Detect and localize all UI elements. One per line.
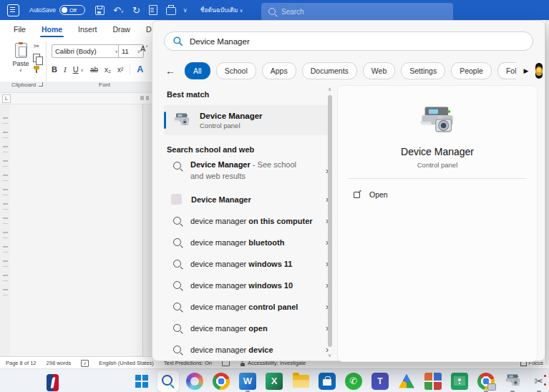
tab-stop-selector[interactable]: L [2,94,11,103]
ribbon-tab-insert[interactable]: Insert [70,21,105,39]
paste-dropdown-icon[interactable]: ∨ [19,67,22,72]
search-suggestion[interactable]: device manager control panel› [164,298,330,315]
app-suggestion[interactable]: Device Manager › [164,191,330,207]
document-page[interactable] [10,104,143,356]
web-search-suggestion[interactable]: Device Manager - See school and web resu… [164,160,330,182]
back-icon[interactable]: ← [165,65,175,77]
suggestion-list: Device Manager › device manager on this … [164,191,330,358]
printer-icon[interactable] [166,7,176,15]
autosave-label: AutoSave [29,6,56,14]
cut-icon[interactable]: ✂ [34,43,39,50]
ruler-indent-marker[interactable] [146,96,149,100]
taskbar-snipping-tool-icon[interactable] [528,371,549,392]
italic-button[interactable]: I [64,65,67,74]
result-title: Device Manager [200,111,263,121]
scroll-up-icon[interactable]: ∧ [326,87,333,92]
search-input[interactable]: Device Manager [164,31,533,51]
best-match-result[interactable]: Device Manager Control panel [164,105,330,135]
taskbar-teams-icon[interactable] [369,371,391,392]
overlay-scrollbar[interactable]: ∧ ∨ [326,87,333,358]
text-effects-button[interactable]: A [137,64,143,74]
strikethrough-button[interactable]: ab [90,66,98,74]
taskbar-microsoft-store-icon[interactable] [316,371,338,392]
desktop: AutoSave Off ↶˅ ↻ ∨ ชื่อต้นฉบับเดิม ∨ Se… [0,0,549,392]
filter-pill-all[interactable]: All [185,62,210,79]
search-suggestion[interactable]: device manager on this computer› [164,212,330,229]
autosave-control[interactable]: AutoSave Off [29,5,85,15]
filter-pill-apps[interactable]: Apps [262,62,296,79]
copy-icon[interactable] [33,54,40,62]
filter-pill-people[interactable]: People [451,62,492,79]
document-title[interactable]: ชื่อต้นฉบับเดิม ∨ [200,5,243,15]
result-subtitle: Control panel [200,122,263,129]
taskbar-file-explorer-icon[interactable] [290,371,311,392]
search-suggestion[interactable]: device manager open› [164,320,330,336]
nba-logo-icon [47,374,59,391]
taskbar-chrome-app-icon[interactable] [475,371,497,392]
underline-dropdown-icon[interactable]: ∨ [81,67,84,72]
quick-access-chevron-icon[interactable]: ∨ [183,7,188,14]
search-suggestion[interactable]: device manager bluetooth› [164,234,330,250]
filter-pill-settings[interactable]: Settings [401,62,445,79]
document-icon[interactable] [149,5,157,15]
ribbon-tab-draw[interactable]: Draw [105,21,138,39]
grow-font-button[interactable]: A˄ [140,44,148,53]
taskbar-windows-icon[interactable] [131,371,152,392]
underline-button[interactable]: U [73,65,79,74]
save-icon[interactable] [95,6,105,15]
scrollbar-thumb[interactable] [328,95,332,347]
superscript-button[interactable]: x² [117,66,123,74]
word-search-box[interactable]: Search [261,3,453,20]
teams-icon [371,373,389,390]
taskbar-copilot-icon[interactable] [184,371,205,392]
search-suggestion[interactable]: device manager windows 11› [164,255,330,272]
taskbar-nba-logo-icon[interactable] [42,372,63,392]
snipping-tool-icon [530,373,548,390]
ruler-indent-marker[interactable] [140,96,144,100]
filter-pill-school[interactable]: School [216,62,256,79]
subscript-button[interactable]: x₂ [105,66,111,74]
open-action[interactable]: Open [354,190,388,199]
taskbar-whatsapp-icon[interactable] [343,371,364,392]
autosave-toggle[interactable]: Off [59,5,85,15]
paste-button[interactable]: Paste ∨ [9,43,33,80]
document-area[interactable] [0,104,152,356]
filter-pill-fol[interactable]: Fol [497,62,517,79]
font-format-row: B I U ∨ ab x₂ x² A [52,64,143,74]
page-indicator[interactable]: Page 8 of 12 [6,360,37,366]
word-app-icon [7,4,19,16]
taskbar-search-icon[interactable] [157,371,179,392]
excel-icon [266,373,283,390]
format-painter-icon[interactable] [33,66,40,73]
filter-pill-web[interactable]: Web [363,62,395,79]
taskbar-google-drive-icon[interactable] [396,371,417,392]
school-account-avatar[interactable] [535,63,543,79]
preview-divider [348,178,527,179]
ribbon-tab-home[interactable]: Home [34,21,70,39]
dialog-launcher-icon[interactable] [39,82,43,87]
language-indicator[interactable]: English (United States) [99,360,154,366]
bold-button[interactable]: B [52,65,57,74]
taskbar-chrome-icon[interactable] [210,371,232,392]
app-icon [171,194,182,205]
taskbar-live-grid-icon[interactable] [422,371,444,392]
scroll-down-icon[interactable]: ∨ [326,353,333,358]
search-suggestion[interactable]: device manager device› [164,341,330,358]
taskbar-word-icon[interactable] [237,371,258,392]
web-section-header: Search school and web [167,145,254,154]
more-filters-icon[interactable]: ▶ [523,67,528,74]
redo-icon[interactable]: ↻ [132,6,140,15]
search-suggestion[interactable]: device manager windows 10› [164,277,330,293]
proofing-icon[interactable]: ✗ [81,360,89,367]
undo-icon[interactable]: ↶˅ [113,6,124,15]
autosave-state: Off [69,7,77,14]
word-count[interactable]: 298 words [47,360,72,366]
search-icon [173,217,181,225]
chrome-icon [213,373,230,390]
taskbar-excel-icon[interactable] [263,371,285,392]
taskbar-google-classroom-icon[interactable] [449,371,470,392]
ribbon-tab-file[interactable]: File [6,21,34,39]
taskbar-device-manager-icon[interactable] [502,371,523,392]
filter-pill-documents[interactable]: Documents [302,62,357,79]
font-name-combo[interactable]: Calibri (Body)∨ [52,44,122,58]
